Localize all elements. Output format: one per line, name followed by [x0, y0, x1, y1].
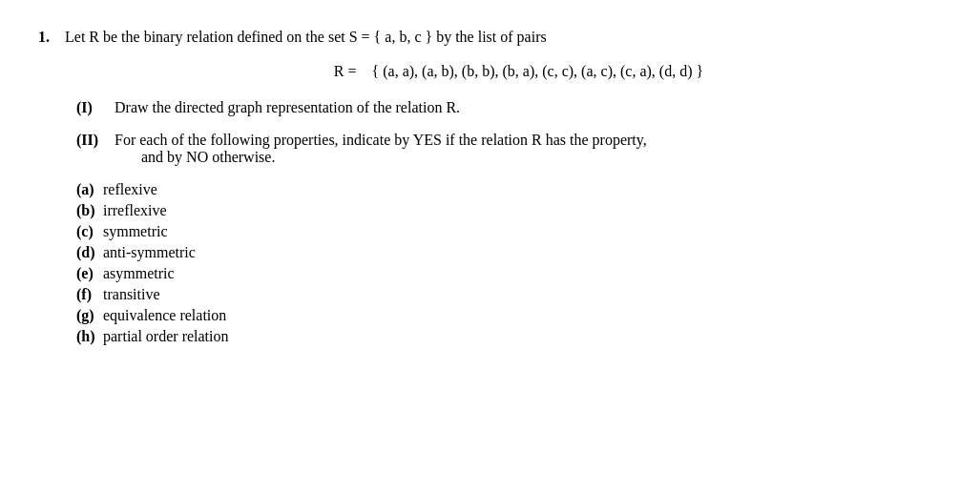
prop-label-g: (g) [76, 307, 103, 324]
problem-header: 1. Let R be the binary relation defined … [38, 29, 942, 46]
relation-set: { (a, a), (a, b), (b, b), (b, a), (c, c)… [372, 63, 704, 79]
part-II-text: For each of the following properties, in… [115, 132, 942, 166]
prop-text-f: transitive [103, 286, 942, 303]
part-II-line2: and by NO otherwise. [115, 149, 942, 166]
part-II: (II) For each of the following propertie… [38, 132, 942, 166]
prop-label-f: (f) [76, 286, 103, 303]
problem-intro-text: Let R be the binary relation defined on … [65, 29, 942, 46]
list-item: (b)irreflexive [76, 202, 942, 219]
part-II-label: (II) [76, 132, 115, 149]
problem-container: 1. Let R be the binary relation defined … [38, 29, 942, 345]
prop-label-b: (b) [76, 202, 103, 219]
prop-label-c: (c) [76, 223, 103, 240]
prop-text-d: anti-symmetric [103, 244, 942, 261]
part-II-line1: For each of the following properties, in… [115, 132, 942, 149]
prop-text-g: equivalence relation [103, 307, 942, 324]
list-item: (f)transitive [76, 286, 942, 303]
list-item: (g)equivalence relation [76, 307, 942, 324]
properties-list: (a)reflexive(b)irreflexive(c)symmetric(d… [38, 181, 942, 345]
list-item: (e)asymmetric [76, 265, 942, 282]
part-I-label: (I) [76, 99, 115, 116]
list-item: (c)symmetric [76, 223, 942, 240]
list-item: (h)partial order relation [76, 328, 942, 345]
part-I: (I) Draw the directed graph representati… [38, 99, 942, 116]
prop-label-e: (e) [76, 265, 103, 282]
relation-line: R = { (a, a), (a, b), (b, b), (b, a), (c… [38, 63, 942, 80]
prop-label-h: (h) [76, 328, 103, 345]
prop-text-h: partial order relation [103, 328, 942, 345]
problem-number: 1. [38, 29, 65, 46]
prop-text-a: reflexive [103, 181, 942, 198]
prop-label-d: (d) [76, 244, 103, 261]
list-item: (d)anti-symmetric [76, 244, 942, 261]
relation-label: R = [334, 63, 357, 79]
prop-text-c: symmetric [103, 223, 942, 240]
part-I-text: Draw the directed graph representation o… [115, 99, 942, 116]
prop-text-b: irreflexive [103, 202, 942, 219]
list-item: (a)reflexive [76, 181, 942, 198]
prop-label-a: (a) [76, 181, 103, 198]
prop-text-e: asymmetric [103, 265, 942, 282]
